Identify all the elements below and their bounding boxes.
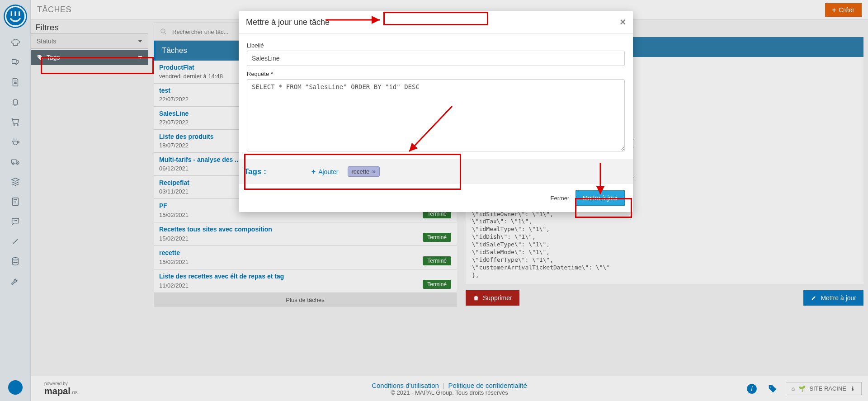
task-title[interactable]: SalesLine (159, 110, 189, 117)
plus-icon: + (311, 168, 316, 176)
task-date: vendredi dernier à 14:48 (159, 73, 223, 80)
page-title: TÂCHES (37, 5, 71, 14)
task-title[interactable]: Liste des recettes avec élt de repas et … (159, 273, 284, 280)
tree-icon: 🌱 (798, 385, 806, 392)
create-button-label: Créer (839, 6, 854, 14)
nav-bell-icon[interactable] (0, 92, 30, 112)
nav-document-icon[interactable] (0, 72, 30, 92)
nav-heart-icon[interactable] (0, 52, 30, 72)
task-status-badge: Terminé (423, 256, 451, 265)
modal-chip-label: recette (352, 168, 370, 175)
update-task-modal: Mettre à jour une tâche × Libellé Requêt… (239, 11, 633, 212)
task-date: 22/07/2022 (159, 119, 189, 126)
caret-down-icon (138, 40, 142, 42)
filters-heading: Filtres (31, 20, 148, 33)
thermometer-icon: 🌡 (850, 385, 856, 392)
svg-point-6 (161, 29, 165, 33)
task-date: 22/07/2022 (159, 96, 189, 103)
tag-icon (37, 54, 44, 61)
footer-privacy-link[interactable]: Politique de confidentialité (448, 382, 527, 389)
modal-add-label: Ajouter (318, 168, 338, 175)
caret-down-icon (138, 56, 142, 59)
svg-point-4 (16, 221, 17, 221)
load-more[interactable]: Plus de tâches (154, 293, 457, 307)
modal-requete-label: Requête * (247, 71, 625, 77)
create-button[interactable]: + Créer (825, 3, 862, 17)
nav-bottom-disc-icon[interactable] (8, 380, 23, 395)
nav-cart-icon[interactable] (0, 112, 30, 132)
task-item[interactable]: Liste des recettes avec élt de repas et … (154, 269, 457, 293)
nav-wrench-icon[interactable] (0, 271, 30, 291)
site-label: SITE RACINE (809, 385, 846, 392)
task-title[interactable]: Multi-tarifs - analyse des ... (159, 156, 240, 163)
footer: powered by mapal.os Conditions d'utilisa… (31, 376, 868, 401)
filter-status-label: Statuts (37, 38, 57, 45)
filters-panel: Filtres Statuts Tags (31, 20, 148, 65)
footer-powered-by: powered by (44, 381, 78, 386)
modal-tags-label: Tags : (244, 167, 266, 176)
home-icon: ⌂ (792, 385, 795, 392)
modal-libelle-input[interactable] (247, 51, 625, 66)
task-title[interactable]: Liste des produits (159, 133, 214, 140)
nav-coffee-icon[interactable] (0, 132, 30, 152)
filter-status[interactable]: Statuts (31, 33, 148, 49)
footer-brand-name: mapal (44, 386, 71, 396)
task-title[interactable]: Recipeflat (159, 179, 189, 186)
site-selector[interactable]: ⌂ 🌱 SITE RACINE 🌡 (786, 382, 862, 395)
nav-truck-icon[interactable] (0, 152, 30, 172)
search-icon (160, 28, 168, 36)
task-item[interactable]: Recettes tous sites avec composition15/0… (154, 222, 457, 246)
app-logo[interactable] (4, 5, 27, 28)
task-date: 15/02/2021 (159, 259, 189, 265)
svg-point-5 (12, 258, 18, 260)
nav-screw-icon[interactable] (0, 231, 30, 251)
left-nav (0, 0, 31, 401)
trash-icon (473, 295, 479, 301)
task-status-badge: Terminé (423, 233, 451, 242)
nav-chat-icon[interactable] (0, 212, 30, 231)
task-title[interactable]: test (159, 87, 170, 94)
footer-terms-link[interactable]: Conditions d'utilisation (372, 382, 439, 389)
modal-add-tag[interactable]: + Ajouter (311, 168, 339, 176)
task-title[interactable]: Recettes tous sites avec composition (159, 226, 272, 233)
delete-button[interactable]: Supprimer (466, 290, 519, 306)
update-button[interactable]: Mettre à jour (803, 290, 863, 306)
nav-calculator-icon[interactable] (0, 192, 30, 212)
filter-tags[interactable]: Tags (31, 50, 148, 65)
task-item[interactable]: recette15/02/2021Terminé (154, 246, 457, 269)
task-date: 03/11/2021 (159, 188, 189, 195)
task-date: 15/02/2021 (159, 235, 189, 242)
footer-brand-suffix: .os (71, 389, 78, 396)
pencil-icon (811, 295, 817, 301)
delete-button-label: Supprimer (483, 294, 512, 302)
task-title[interactable]: ProductFlat (159, 64, 194, 71)
nav-layers-icon[interactable] (0, 172, 30, 192)
svg-point-3 (15, 221, 15, 221)
nav-chef-hat-icon[interactable] (0, 33, 30, 52)
svg-point-2 (14, 221, 14, 221)
task-date: 15/02/2021 (159, 212, 189, 218)
svg-rect-1 (12, 198, 18, 206)
modal-save-button[interactable]: Mettre à jour (576, 190, 625, 206)
nav-database-icon[interactable] (0, 251, 30, 271)
task-status-badge: Terminé (423, 280, 451, 289)
search-placeholder: Rechercher une tâc... (172, 28, 228, 35)
task-date: 06/12/2021 (159, 165, 189, 172)
modal-close-button[interactable]: Fermer (551, 195, 570, 202)
tag-footer-icon[interactable] (765, 381, 780, 396)
update-button-label: Mettre à jour (821, 294, 856, 302)
plus-icon: + (832, 6, 836, 14)
footer-copyright: © 2021 - MAPAL Group. Tous droits réserv… (372, 389, 527, 396)
task-title[interactable]: PF (159, 202, 167, 209)
modal-title: Mettre à jour une tâche (246, 18, 330, 27)
task-title[interactable]: recette (159, 249, 180, 256)
modal-close-icon[interactable]: × (620, 16, 626, 28)
remove-chip-icon[interactable]: × (372, 168, 376, 175)
info-icon[interactable]: i (744, 381, 760, 396)
modal-requete-textarea[interactable] (247, 79, 625, 151)
filter-tags-label: Tags (47, 54, 60, 61)
task-date: 11/02/2021 (159, 282, 189, 289)
modal-tag-chip[interactable]: recette × (348, 166, 380, 177)
modal-libelle-label: Libellé (247, 42, 625, 49)
task-date: 18/07/2022 (159, 142, 189, 149)
